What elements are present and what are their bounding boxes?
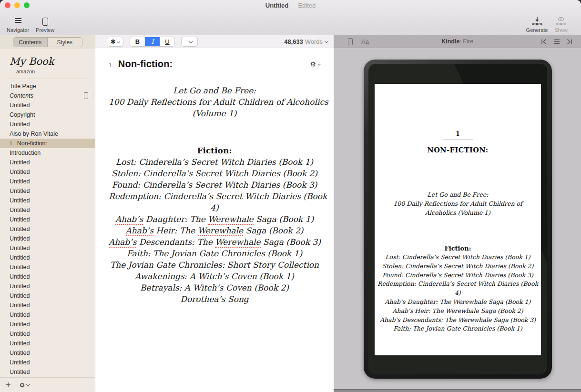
sidebar-item-label: Untitled xyxy=(10,169,88,175)
sidebar-item[interactable]: Untitled xyxy=(0,253,95,262)
bold-button[interactable]: B xyxy=(130,37,145,46)
style-menu-button[interactable]: ✱ xyxy=(107,37,123,47)
tab-contents[interactable]: Contents xyxy=(13,38,48,47)
sidebar-item[interactable]: Untitled xyxy=(0,367,95,377)
format-segmented-control: B I U xyxy=(130,37,175,47)
app-window: Untitled — Edited Navigator Preview Gene… xyxy=(0,0,581,392)
generate-button[interactable]: Generate xyxy=(526,16,548,33)
page-chapter-heading: NON-FICTION: xyxy=(375,146,541,154)
misspelled-word: Werewhale xyxy=(215,237,260,248)
misspelled-word: Ahab’s xyxy=(109,237,136,248)
sidebar-item[interactable]: Untitled xyxy=(0,101,95,110)
more-formatting-button[interactable] xyxy=(181,37,198,47)
tab-styles[interactable]: Styles xyxy=(47,38,82,47)
font-size-button[interactable]: Aa xyxy=(361,38,369,45)
editor-text-body[interactable]: Let Go and Be Free:100 Daily Reflections… xyxy=(109,85,320,305)
table-of-contents-icon[interactable] xyxy=(553,39,560,45)
sidebar-item[interactable]: Untitled xyxy=(0,205,95,215)
page-text-line: Ahab’s Daughter: The Werewhale Saga (Boo… xyxy=(375,298,541,307)
page-text-line: Alcoholics (Volume 1) xyxy=(375,208,541,217)
sidebar-item[interactable]: Untitled xyxy=(0,243,95,253)
sidebar-item-label: Untitled xyxy=(10,331,88,337)
add-chapter-button[interactable]: + xyxy=(6,380,11,390)
editor-pane: ✱ B I U 48,633 Words 1. Non-fiction: ⚙ L… xyxy=(95,35,334,392)
sidebar-item[interactable]: Contents xyxy=(0,91,95,101)
sidebar-item[interactable]: Copyright xyxy=(0,110,95,120)
sidebar-item-label: Untitled xyxy=(10,312,88,318)
preview-body: 1 NON-FICTION: Let Go and Be Free:100 Da… xyxy=(334,48,581,389)
kindle-page[interactable]: 1 NON-FICTION: Let Go and Be Free:100 Da… xyxy=(375,84,541,355)
sidebar-item[interactable]: Untitled xyxy=(0,186,95,196)
book-title-line: The Jovian Gate Chronicles: Short Story … xyxy=(109,259,320,271)
fiction-heading: Fiction: xyxy=(109,145,320,156)
underline-button[interactable]: U xyxy=(160,37,174,46)
sidebar-item[interactable]: Untitled xyxy=(0,158,95,167)
device-select-icon[interactable] xyxy=(348,38,353,45)
misspelled-word: Ahab’s xyxy=(126,226,153,236)
sidebar-item[interactable]: Untitled xyxy=(0,120,95,129)
book-title[interactable]: My Book xyxy=(10,56,95,67)
sidebar-item[interactable]: Also by Ron Vitale xyxy=(0,129,95,139)
sidebar-item-label: Non-fiction: xyxy=(17,140,88,147)
chapter-options-button[interactable]: ⚙ xyxy=(310,60,320,68)
sidebar-item[interactable]: Untitled xyxy=(0,348,95,358)
skip-to-end-icon[interactable] xyxy=(566,39,572,45)
sidebar-item[interactable]: Untitled xyxy=(0,262,95,272)
chevron-down-icon xyxy=(26,382,30,386)
page-text-line: Ahab’s Heir: The Werewhale Saga (Book 2) xyxy=(375,307,541,316)
page-text-line: 4) xyxy=(375,289,541,298)
sidebar-item[interactable]: Untitled xyxy=(0,215,95,224)
sidebar-item[interactable]: Untitled xyxy=(0,177,95,186)
skip-to-start-icon[interactable] xyxy=(541,39,547,45)
italic-button[interactable]: I xyxy=(145,37,160,46)
book-header: My Book amazon xyxy=(0,49,95,74)
sidebar-item[interactable]: Untitled xyxy=(0,224,95,234)
gear-icon: ⚙ xyxy=(20,382,25,389)
sidebar-item[interactable]: Untitled xyxy=(0,339,95,348)
page-text-line: Faith: The Jovian Gate Chronicles (Book … xyxy=(375,324,541,333)
main-toolbar: Navigator Preview Generate xyxy=(0,10,581,35)
sidebar-item[interactable]: Untitled xyxy=(0,281,95,291)
misspelled-word: Ahab’s xyxy=(115,214,143,225)
preview-bottom-strip xyxy=(334,389,581,392)
sidebar-item-label: Untitled xyxy=(10,292,88,299)
sidebar-item[interactable]: Title Page xyxy=(0,81,95,91)
sidebar-item[interactable]: Untitled xyxy=(0,234,95,243)
book-title-line: Awakenings: A Witch’s Coven (Book 1) xyxy=(109,271,320,282)
sidebar-item[interactable]: Untitled xyxy=(0,320,95,329)
sidebar-item[interactable]: Untitled xyxy=(0,358,95,367)
preview-header: Aa Kindle: Fire xyxy=(334,35,581,48)
device-label: Kindle xyxy=(441,38,459,45)
sidebar-item[interactable]: Untitled xyxy=(0,329,95,339)
page-text-line: Ahab’s Descendants: The Werewhale Saga (… xyxy=(375,316,541,325)
sidebar-item[interactable]: Untitled xyxy=(0,196,95,205)
sidebar-item-label: Untitled xyxy=(10,264,88,271)
book-title-line: Faith: The Jovian Gate Chronicles (Book … xyxy=(109,248,320,259)
device-preview-icon xyxy=(84,92,88,99)
sidebar-item-label: Untitled xyxy=(10,226,88,232)
kindle-tablet-mockup: 1 NON-FICTION: Let Go and Be Free:100 Da… xyxy=(364,60,552,379)
sidebar-item[interactable]: Untitled xyxy=(0,272,95,281)
navigator-button[interactable]: Navigator xyxy=(7,15,29,33)
chapter-title[interactable]: Non-fiction: xyxy=(118,59,173,70)
sidebar-item[interactable]: Untitled xyxy=(0,301,95,310)
generate-book-icon xyxy=(531,16,543,26)
page-volume-block: Let Go and Be Free:100 Daily Reflections… xyxy=(375,190,541,217)
sidebar-item-label: Title Page xyxy=(10,83,88,90)
sidebar-item[interactable]: Untitled xyxy=(0,310,95,320)
page-fiction-heading: Fiction: xyxy=(375,244,541,253)
sidebar-gear-button[interactable]: ⚙ xyxy=(20,382,30,389)
sidebar-divider xyxy=(8,79,87,79)
chapter-divider xyxy=(109,77,320,77)
preview-button[interactable]: Preview xyxy=(36,16,54,33)
sidebar-item[interactable]: Introduction xyxy=(0,148,95,158)
tablet-screen: 1 NON-FICTION: Let Go and Be Free:100 Da… xyxy=(368,64,547,374)
show-button[interactable]: Show xyxy=(554,16,568,33)
sidebar-bottom-bar: + ⚙ xyxy=(0,377,95,392)
sidebar-item[interactable]: Untitled xyxy=(0,167,95,177)
sidebar-item[interactable]: Untitled xyxy=(0,291,95,301)
page-text-line: Lost: Cinderella’s Secret Witch Diaries … xyxy=(375,253,541,262)
sidebar-item[interactable]: 1. Non-fiction: xyxy=(0,139,95,148)
page-text-line: Stolen: Cinderella’s Secret Witch Diarie… xyxy=(375,262,541,271)
word-count-dropdown[interactable]: 48,633 Words xyxy=(284,38,328,45)
